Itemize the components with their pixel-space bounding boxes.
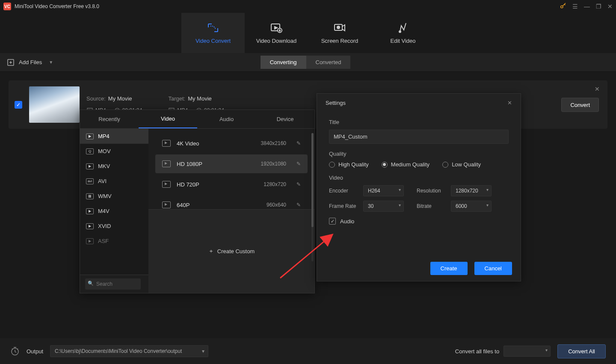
plus-icon: ＋ <box>208 247 214 255</box>
fmt-icon: ▶ <box>86 163 94 169</box>
picker-tab-audio[interactable]: Audio <box>197 110 256 128</box>
svg-marker-2 <box>275 27 277 29</box>
framerate-label: Frame Rate <box>329 203 359 209</box>
key-icon[interactable] <box>560 3 566 11</box>
output-label: Output <box>27 348 43 355</box>
minimize-icon[interactable]: — <box>584 3 590 10</box>
tab-converting[interactable]: Converting <box>261 56 306 69</box>
fmt-icon: ▦ <box>86 193 94 199</box>
download-icon <box>270 22 283 33</box>
menu-icon[interactable]: ☰ <box>572 3 578 10</box>
res-640p[interactable]: 640P960x640✎ <box>155 195 308 209</box>
fmt-icon: ▶ <box>86 223 94 229</box>
edit-icon[interactable]: ✎ <box>296 181 301 187</box>
picker-tab-recently[interactable]: Recently <box>80 110 139 128</box>
res-720p[interactable]: HD 720P1280x720✎ <box>155 175 308 194</box>
resolution-label: Resolution <box>417 188 447 194</box>
svg-point-6 <box>399 31 401 33</box>
resolution-select[interactable]: 1280x720 <box>451 185 492 196</box>
audio-checkbox[interactable]: ✓ <box>329 218 336 225</box>
title-bar: VC MiniTool Video Converter Free v3.8.0 … <box>0 0 616 13</box>
nav-edit-video[interactable]: Edit Video <box>371 13 435 53</box>
title-input[interactable] <box>329 130 509 144</box>
settings-title: Settings <box>326 100 346 106</box>
create-button[interactable]: Create <box>430 262 468 275</box>
edit-icon[interactable]: ✎ <box>296 140 301 146</box>
svg-point-5 <box>337 26 340 29</box>
fmt-icon: ▶ <box>86 133 94 139</box>
nav-label: Screen Record <box>321 38 358 44</box>
convert-to-label: Convert all files to <box>455 348 499 355</box>
close-settings-icon[interactable]: ✕ <box>507 100 512 106</box>
radio-icon <box>329 162 335 168</box>
record-icon <box>333 22 346 33</box>
res-4k[interactable]: 4K Video3840x2160✎ <box>155 134 308 153</box>
fmt-mov[interactable]: QMOV <box>80 144 148 159</box>
convert-all-button[interactable]: Convert All <box>557 344 606 358</box>
add-files-button[interactable]: Add Files ▼ <box>7 59 53 66</box>
convert-icon <box>207 22 219 33</box>
fmt-m4v[interactable]: ▶M4V <box>80 204 148 219</box>
fmt-icon: avi <box>86 178 94 184</box>
fmt-wmv[interactable]: ▦WMV <box>80 189 148 204</box>
nav-screen-record[interactable]: Screen Record <box>308 13 371 53</box>
encoder-select[interactable]: H264 <box>363 185 404 196</box>
res-icon <box>162 201 171 208</box>
tab-converted[interactable]: Converted <box>306 56 351 69</box>
fmt-asf[interactable]: ▶ASF <box>80 234 148 249</box>
video-thumbnail[interactable] <box>29 86 80 123</box>
nav-video-download[interactable]: Video Download <box>245 13 308 53</box>
nav-label: Video Convert <box>195 38 231 44</box>
format-picker-popup: Recently Video Audio Device ▶MP4 QMOV ▶M… <box>80 109 315 293</box>
sub-toolbar: Add Files ▼ Converting Converted <box>0 53 616 72</box>
quality-high[interactable]: High Quality <box>329 161 369 168</box>
file-checkbox[interactable]: ✓ <box>15 101 22 109</box>
footer-bar: Output C:\Users\bj\Documents\MiniTool Vi… <box>0 338 616 364</box>
res-icon <box>162 160 171 167</box>
remove-file-icon[interactable]: ✕ <box>595 86 600 92</box>
fmt-avi[interactable]: aviAVI <box>80 174 148 189</box>
fmt-mkv[interactable]: ▶MKV <box>80 159 148 174</box>
radio-icon <box>382 162 388 168</box>
cancel-button[interactable]: Cancel <box>474 262 512 275</box>
audio-label: Audio <box>340 218 354 225</box>
quality-section-label: Quality <box>329 151 509 157</box>
nav-video-convert[interactable]: Video Convert <box>181 13 245 53</box>
convert-button[interactable]: Convert <box>561 98 599 112</box>
app-title: MiniTool Video Converter Free v3.8.0 <box>15 3 99 9</box>
timer-icon[interactable] <box>10 346 20 356</box>
picker-tab-device[interactable]: Device <box>256 110 314 128</box>
fmt-icon: Q <box>86 148 94 154</box>
output-path-select[interactable]: C:\Users\bj\Documents\MiniTool Video Con… <box>50 345 208 357</box>
search-input[interactable] <box>85 278 141 290</box>
convert-to-select[interactable] <box>503 346 551 357</box>
edit-icon[interactable]: ✎ <box>296 161 301 167</box>
fmt-icon: ▶ <box>86 208 94 214</box>
create-custom-button[interactable]: ＋ Create Custom <box>148 209 314 293</box>
maximize-icon[interactable]: ❐ <box>596 3 601 10</box>
chevron-down-icon: ▼ <box>49 60 53 65</box>
edit-icon[interactable]: ✎ <box>296 202 301 208</box>
format-list: ▶MP4 QMOV ▶MKV aviAVI ▦WMV ▶M4V ▶XVID ▶A… <box>80 129 148 275</box>
status-tabs: Converting Converted <box>261 56 351 69</box>
res-1080p[interactable]: HD 1080P1920x1080✎ <box>155 154 308 173</box>
nav-label: Video Download <box>256 38 296 44</box>
radio-icon <box>442 162 448 168</box>
settings-dialog: Settings ✕ Title Quality High Quality Me… <box>317 93 521 281</box>
quality-medium[interactable]: Medium Quality <box>382 161 429 168</box>
res-icon <box>162 181 171 188</box>
title-section-label: Title <box>329 119 509 125</box>
add-files-label: Add Files <box>19 59 42 65</box>
res-icon <box>162 140 171 147</box>
close-icon[interactable]: ✕ <box>607 3 613 10</box>
picker-tab-video[interactable]: Video <box>139 110 197 128</box>
fmt-mp4[interactable]: ▶MP4 <box>80 129 148 144</box>
bitrate-select[interactable]: 6000 <box>451 201 492 212</box>
quality-low[interactable]: Low Quality <box>442 161 481 168</box>
framerate-select[interactable]: 30 <box>363 201 404 212</box>
fmt-xvid[interactable]: ▶XVID <box>80 219 148 234</box>
scrollbar[interactable] <box>311 133 314 261</box>
video-section-label: Video <box>329 175 509 181</box>
fmt-icon: ▶ <box>86 238 94 244</box>
nav-label: Edit Video <box>390 38 415 44</box>
